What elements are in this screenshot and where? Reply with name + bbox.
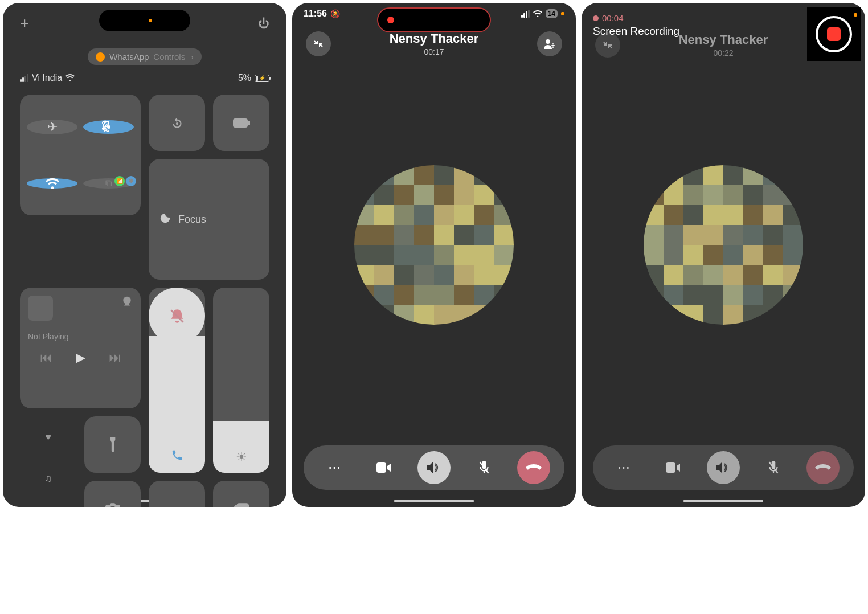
svg-rect-2 (234, 119, 247, 127)
connectivity-tile[interactable]: ✈ 📶✱ ⧉ (20, 95, 141, 215)
home-indicator[interactable] (683, 500, 763, 502)
minimize-button[interactable] (306, 31, 331, 56)
focus-button[interactable]: Focus (149, 159, 269, 280)
svg-rect-3 (248, 121, 249, 125)
low-power-button[interactable] (213, 95, 269, 151)
recording-banner[interactable]: 00:04 Screen Recording (593, 13, 808, 38)
whatsapp-icon (96, 52, 105, 62)
record-dot-icon (387, 17, 394, 23)
airplane-mode-button[interactable]: ✈ (27, 120, 77, 134)
battery-pct: 14 (546, 9, 558, 18)
call-duration: 00:22 (679, 48, 768, 58)
focus-label: Focus (178, 214, 206, 226)
more-button[interactable]: ⋯ (318, 451, 351, 484)
call-controls: ⋯ (304, 445, 564, 490)
speaker-button[interactable] (417, 451, 451, 484)
screen-call-recording-pill: 11:56 🔕 14 Nensy Thacker 00:17 ⋯ (292, 3, 576, 507)
bluetooth-badge-icon: ✱ (126, 176, 136, 186)
media-tile[interactable]: Not Playing ⏮ ▶ ⏭ (20, 288, 141, 408)
media-artwork (28, 296, 53, 321)
recording-timer: 00:04 (602, 13, 624, 23)
stop-ring-icon (816, 16, 852, 52)
video-button[interactable] (367, 451, 400, 484)
indicator-dot (561, 12, 564, 15)
screen-control-center: + ⏻ WhatsApp Controls › Vi India 5% ⚡ (3, 3, 286, 507)
dynamic-island[interactable] (99, 10, 190, 31)
caller-avatar (644, 165, 803, 325)
call-controls: ⋯ (593, 445, 854, 490)
screen-call-stop-recording: 00:04 Screen Recording Nensy Thacker 00:… (582, 3, 865, 507)
sun-icon: ☀ (236, 450, 247, 465)
camera-button[interactable] (84, 481, 141, 507)
battery-icon: ⚡ (255, 75, 269, 82)
more-button[interactable]: ⋯ (607, 451, 640, 484)
moon-icon (159, 212, 171, 227)
rewind-button[interactable]: ⏮ (40, 350, 52, 365)
chevron-right-icon: › (191, 52, 194, 62)
personal-hotspot-button[interactable]: 📶✱ ⧉ (83, 178, 134, 189)
svg-rect-8 (237, 504, 248, 507)
svg-point-22 (546, 39, 550, 44)
battery-pct: 5% (238, 73, 251, 83)
rotation-lock-button[interactable] (149, 95, 205, 151)
airplay-icon[interactable] (121, 296, 133, 321)
indicator-dot (149, 19, 152, 22)
spacer-tile (149, 481, 205, 507)
volume-slider[interactable] (149, 288, 205, 473)
svg-rect-24 (376, 462, 386, 473)
control-center-grid: ✈ 📶✱ ⧉ (3, 91, 286, 507)
caller-avatar (354, 165, 514, 325)
brightness-slider[interactable]: ☀ (213, 288, 269, 473)
status-row: Vi India 5% ⚡ (3, 65, 286, 91)
hangup-button[interactable] (517, 451, 550, 484)
silent-icon: 🔕 (330, 9, 340, 18)
add-participant-button[interactable] (537, 31, 562, 56)
stop-recording-button[interactable] (807, 7, 861, 61)
record-dot-icon (593, 15, 599, 21)
add-control-button[interactable]: + (20, 14, 29, 32)
power-button[interactable]: ⏻ (258, 17, 269, 30)
time-label: 11:56 (304, 9, 327, 19)
mute-button[interactable] (757, 451, 790, 484)
speaker-button[interactable] (707, 451, 740, 484)
wifi-button[interactable] (27, 178, 77, 189)
video-button[interactable] (657, 451, 690, 484)
music-icon[interactable]: ♫ (44, 473, 52, 485)
cellular-badge-icon: 📶 (114, 176, 125, 186)
whatsapp-controls-pill[interactable]: WhatsApp Controls › (88, 48, 202, 65)
indicator-dot (854, 13, 857, 17)
forward-button[interactable]: ⏭ (109, 350, 121, 365)
hangup-button[interactable] (806, 451, 840, 484)
carrier-label: Vi India (32, 73, 62, 83)
wifi-icon (533, 10, 542, 17)
caller-name: Nensy Thacker (390, 31, 479, 46)
dynamic-island-recording[interactable] (377, 7, 491, 32)
mute-button[interactable] (468, 451, 501, 484)
signal-icon (521, 10, 530, 18)
svg-point-5 (126, 299, 129, 302)
svg-point-23 (552, 45, 554, 47)
wifi-icon (65, 73, 75, 83)
play-button[interactable]: ▶ (76, 350, 85, 365)
airdrop-button[interactable] (83, 120, 134, 134)
flashlight-button[interactable] (84, 416, 141, 473)
heart-icon[interactable]: ♥ (45, 431, 51, 443)
not-playing-label: Not Playing (28, 332, 133, 341)
pill-label: Controls (153, 52, 185, 62)
signal-icon (20, 74, 28, 82)
phone-icon (171, 449, 183, 465)
brightness-fill (213, 421, 269, 473)
svg-rect-28 (666, 462, 675, 473)
screen-mirroring-button[interactable] (213, 481, 269, 507)
svg-point-1 (175, 122, 178, 124)
recording-label: Screen Recording (593, 25, 808, 38)
app-name: WhatsApp (109, 52, 149, 62)
side-shortcuts: ♥ ♫ ((·)) (20, 416, 76, 507)
call-duration: 00:17 (390, 47, 479, 56)
home-indicator[interactable] (394, 500, 474, 502)
